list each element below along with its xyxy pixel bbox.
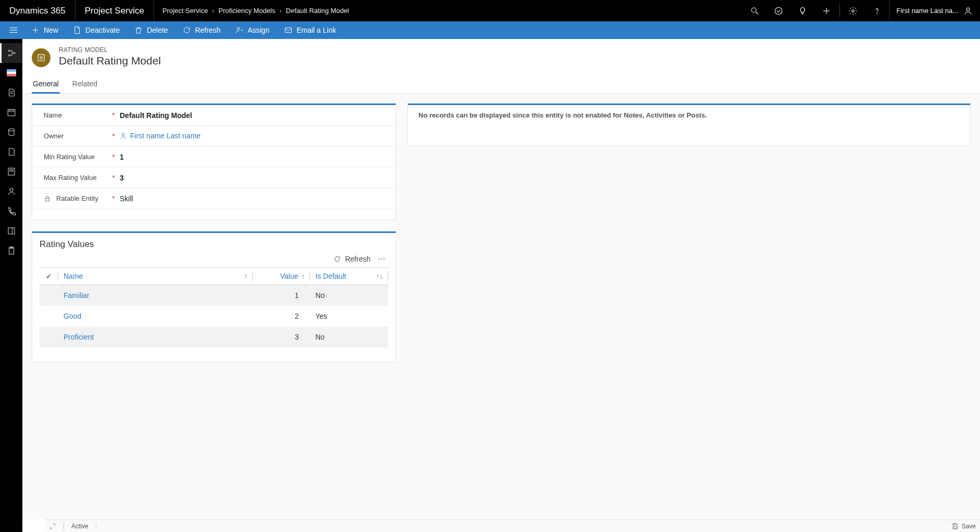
required-marker: *	[110, 133, 117, 140]
svg-point-16	[8, 55, 10, 56]
rating-value-value: 2	[253, 306, 310, 327]
tab-general[interactable]: General	[32, 75, 60, 94]
user-menu[interactable]: First name Last na...	[889, 0, 981, 21]
person-icon	[120, 132, 127, 139]
name-field[interactable]: Default Rating Model	[117, 111, 391, 120]
sitemap-toggle[interactable]	[3, 21, 24, 39]
svg-rect-35	[38, 55, 44, 61]
main-content: RATING MODEL Default Rating Model Genera…	[22, 39, 980, 532]
task-icon[interactable]	[767, 0, 791, 21]
sort-asc-icon: ↑	[244, 272, 248, 280]
nav-item-people[interactable]	[0, 181, 22, 201]
owner-lookup[interactable]: First name Last name	[120, 132, 200, 140]
svg-point-30	[10, 188, 13, 191]
required-marker: *	[110, 112, 117, 119]
subgrid-title: Rating Values	[32, 233, 396, 253]
email-link-button[interactable]: Email a Link	[277, 21, 343, 39]
tab-related[interactable]: Related	[71, 75, 98, 94]
rating-value-link[interactable]: Good	[63, 312, 81, 320]
page-title: Default Rating Model	[59, 55, 161, 67]
nav-item-document[interactable]	[0, 142, 22, 162]
breadcrumb: Project Service › Proficiency Models › D…	[154, 7, 349, 15]
timeline-panel: No records can be displayed since this e…	[408, 103, 971, 146]
deactivate-button[interactable]: Deactivate	[66, 21, 127, 39]
ratable-entity-field: Skill	[117, 194, 391, 203]
owner-value: First name Last name	[130, 132, 200, 140]
required-marker: *	[110, 195, 117, 202]
brand[interactable]: Dynamics 365	[0, 0, 75, 21]
breadcrumb-item[interactable]: Project Service	[162, 7, 208, 15]
subgrid-more-button[interactable]: ⋯	[378, 255, 386, 263]
gear-icon[interactable]	[841, 0, 865, 21]
svg-rect-20	[7, 74, 16, 76]
svg-point-17	[14, 53, 15, 54]
nav-item-sitemap[interactable]	[0, 43, 22, 63]
table-row[interactable]: Familiar 1 No	[40, 285, 388, 306]
top-bar: Dynamics 365 Project Service Project Ser…	[0, 0, 980, 21]
svg-rect-23	[8, 110, 15, 116]
subgrid-refresh-label: Refresh	[345, 255, 371, 263]
name-label: Name	[44, 111, 110, 119]
svg-point-37	[122, 133, 125, 136]
required-marker: *	[110, 174, 117, 181]
breadcrumb-item[interactable]: Proficiency Models	[219, 7, 275, 15]
table-row[interactable]: Proficient 3 No	[40, 327, 388, 347]
divider	[839, 5, 840, 17]
min-rating-label: Min Rating Value	[44, 153, 110, 161]
lightbulb-icon[interactable]	[791, 0, 814, 21]
table-row[interactable]: Good 2 Yes	[40, 306, 388, 327]
nav-item-calendar[interactable]	[0, 102, 22, 122]
save-icon	[951, 523, 959, 530]
max-rating-field[interactable]: 3	[117, 174, 391, 182]
rating-value-link[interactable]: Proficient	[63, 333, 94, 341]
nav-item-notes[interactable]	[0, 83, 22, 102]
rating-value-is-default: No	[310, 327, 388, 347]
max-rating-label: Max Rating Value	[44, 174, 110, 181]
rating-value-is-default: No	[310, 285, 388, 306]
help-icon[interactable]	[865, 0, 889, 21]
grid-select-all[interactable]: ✓	[40, 268, 58, 285]
svg-point-13	[237, 28, 239, 30]
timeline-empty-notice: No records can be displayed since this e…	[408, 105, 970, 125]
svg-rect-19	[7, 72, 16, 74]
save-button[interactable]: Save	[951, 523, 976, 530]
nav-item-clipboard[interactable]	[0, 241, 22, 261]
delete-button[interactable]: Delete	[127, 21, 175, 39]
column-value[interactable]: Value↑	[253, 268, 310, 285]
svg-rect-18	[7, 69, 16, 72]
nav-item-template[interactable]	[0, 162, 22, 181]
new-label: New	[44, 26, 58, 34]
subgrid-refresh-button[interactable]: Refresh	[334, 255, 371, 263]
svg-line-1	[756, 12, 758, 15]
module-switcher[interactable]: Project Service	[75, 0, 154, 21]
nav-item-panel[interactable]	[0, 221, 22, 241]
column-name[interactable]: Name↑	[58, 268, 253, 285]
nav-item-data[interactable]	[0, 122, 22, 142]
breadcrumb-item[interactable]: Default Rating Model	[286, 7, 349, 15]
add-icon[interactable]	[814, 0, 838, 21]
nav-item-pinned[interactable]	[0, 63, 22, 83]
column-is-default[interactable]: Is Default↑↓	[310, 268, 388, 285]
form-panel: Name * Default Rating Model Owner * Firs…	[32, 103, 396, 220]
sort-asc-icon: ↑	[301, 272, 305, 280]
assign-button[interactable]: Assign	[228, 21, 277, 39]
refresh-button[interactable]: Refresh	[175, 21, 228, 39]
record-header: RATING MODEL Default Rating Model	[22, 39, 980, 75]
svg-point-2	[775, 7, 782, 15]
new-button[interactable]: New	[24, 21, 66, 39]
svg-rect-31	[8, 228, 15, 234]
status-bar: Active Save	[45, 520, 980, 532]
svg-rect-38	[46, 198, 49, 201]
rating-value-is-default: Yes	[310, 306, 388, 327]
nav-item-phone[interactable]	[0, 201, 22, 221]
svg-point-15	[8, 50, 10, 51]
email-link-label: Email a Link	[297, 26, 336, 34]
entity-type-label: RATING MODEL	[59, 46, 161, 54]
min-rating-field[interactable]: 1	[117, 153, 391, 161]
svg-point-7	[966, 8, 970, 11]
chevron-right-icon: ›	[279, 7, 282, 15]
expand-icon[interactable]	[49, 523, 56, 530]
rating-value-link[interactable]: Familiar	[63, 291, 90, 300]
search-icon[interactable]	[743, 0, 767, 21]
svg-rect-14	[285, 28, 291, 32]
